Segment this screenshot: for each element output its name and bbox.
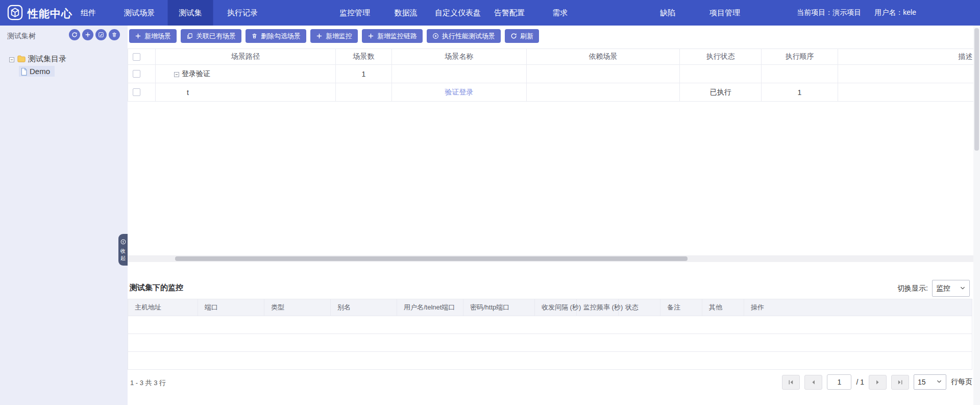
nav-item-2[interactable]: 测试场景 xyxy=(113,0,166,26)
collapse-node-icon[interactable] xyxy=(174,71,180,77)
nav-item-label: 测试场景 xyxy=(124,8,155,18)
chevron-down-icon xyxy=(936,378,942,386)
nav-item-4[interactable]: 执行记录 xyxy=(216,0,269,26)
nav-item-label: 执行记录 xyxy=(227,8,258,18)
folder-icon xyxy=(17,55,26,63)
display-toggle-select[interactable]: 监控 xyxy=(932,280,970,297)
scenario-table-header: 场景路径场景数场景名称依赖场景执行状态执行顺序描述 xyxy=(128,49,980,65)
last-page-button-icon xyxy=(897,379,903,386)
plus-icon xyxy=(368,33,374,39)
select-all-checkbox[interactable] xyxy=(133,53,140,61)
sidebar-collapse-button[interactable]: 收起 xyxy=(118,234,128,266)
next-page-button-icon xyxy=(874,379,881,386)
column-header: 状态 xyxy=(625,303,639,312)
nav-item-1[interactable]: 组件 xyxy=(69,0,107,26)
page-number-input[interactable] xyxy=(827,374,851,390)
scenario-table: 场景路径场景数场景名称依赖场景执行状态执行顺序描述登录验证1t验证登录已执行1 xyxy=(128,49,980,102)
nav-item-label: 需求 xyxy=(552,8,568,18)
scenario-name-link[interactable]: 验证登录 xyxy=(445,88,474,97)
previous-page-button-icon xyxy=(810,379,817,386)
toolbar-button-3[interactable]: 删除勾选场景 xyxy=(246,29,306,43)
monitor-row xyxy=(128,316,972,334)
edit-button[interactable] xyxy=(95,29,107,40)
collapse-circle-icon xyxy=(120,237,126,247)
last-page-button[interactable] xyxy=(891,375,909,390)
monitor-table-header: 主机地址端口类型别名用户名/telnet端口密码/http端口收发间隔 (秒)监… xyxy=(128,299,972,316)
horizontal-scrollbar[interactable] xyxy=(128,255,980,262)
row-checkbox[interactable] xyxy=(133,70,140,78)
next-page-button[interactable] xyxy=(869,375,887,390)
test-set-sidebar: 测试集树 测试集目录 Demo 收起 xyxy=(0,26,128,405)
tree-node-demo[interactable]: Demo xyxy=(19,66,55,77)
nav-user-info: 当前项目：演示项目 用户名：kele xyxy=(797,0,916,26)
play-icon xyxy=(432,33,439,39)
display-toggle-value: 监控 xyxy=(936,284,950,293)
column-header: 备注 xyxy=(667,303,680,312)
first-page-button-icon xyxy=(788,379,794,386)
top-nav: 性能中心 组件测试场景测试集执行记录监控管理数据流自定义仪表盘告警配置需求缺陷项… xyxy=(0,0,980,26)
nav-item-label: 告警配置 xyxy=(494,8,525,18)
page-size-select[interactable]: 15 xyxy=(914,374,946,390)
toolbar-button-7[interactable]: 刷新 xyxy=(505,29,539,43)
main-content: 新增场景关联已有场景删除勾选场景新增监控新增监控链路执行性能测试场景刷新 场景路… xyxy=(128,26,980,405)
copy-icon xyxy=(186,33,193,39)
scenario-toolbar: 新增场景关联已有场景删除勾选场景新增监控新增监控链路执行性能测试场景刷新 xyxy=(129,29,539,43)
first-page-button[interactable] xyxy=(782,375,800,390)
toolbar-button-5[interactable]: 新增监控链路 xyxy=(362,29,423,43)
test-set-tree: 测试集目录 Demo xyxy=(0,53,128,78)
nav-item-label: 组件 xyxy=(81,8,96,18)
toolbar-button-label: 新增场景 xyxy=(144,32,171,41)
add-button[interactable] xyxy=(82,29,93,40)
toolbar-button-6[interactable]: 执行性能测试场景 xyxy=(427,29,501,43)
nav-item-3[interactable]: 测试集 xyxy=(168,0,213,26)
file-icon xyxy=(20,67,28,75)
scenario-path: 登录验证 xyxy=(182,69,210,79)
monitor-section-title: 测试集下的监控 xyxy=(130,283,183,293)
nav-item-10[interactable]: 缺陷 xyxy=(649,0,687,26)
column-header: 主机地址 xyxy=(135,303,161,312)
horizontal-scrollbar-thumb[interactable] xyxy=(175,256,688,261)
column-header: 别名 xyxy=(337,303,351,312)
scenario-row: t验证登录已执行1 xyxy=(128,83,980,102)
trash-icon xyxy=(111,32,117,38)
nav-item-9[interactable]: 需求 xyxy=(541,0,579,26)
toolbar-button-2[interactable]: 关联已有场景 xyxy=(181,29,241,43)
refresh-icon xyxy=(71,32,78,38)
nav-item-11[interactable]: 项目管理 xyxy=(698,0,751,26)
current-project-label: 当前项目：演示项目 xyxy=(797,8,861,17)
trash-icon xyxy=(251,33,258,39)
toolbar-button-1[interactable]: 新增场景 xyxy=(129,29,177,43)
app-logo[interactable]: 性能中心 xyxy=(7,5,72,22)
tree-collapse-icon[interactable] xyxy=(9,56,15,62)
sidebar-title: 测试集树 xyxy=(7,32,36,41)
app-title: 性能中心 xyxy=(28,7,72,21)
plus-icon xyxy=(85,32,91,38)
vertical-scrollbar[interactable] xyxy=(973,26,980,405)
monitor-table: 主机地址端口类型别名用户名/telnet端口密码/http端口收发间隔 (秒)监… xyxy=(128,299,972,370)
nav-item-label: 数据流 xyxy=(395,8,418,18)
column-header: 描述 xyxy=(959,52,973,61)
tree-node-root[interactable]: 测试集目录 xyxy=(0,53,128,64)
nav-item-5[interactable]: 监控管理 xyxy=(328,0,381,26)
column-header: 用户名/telnet端口 xyxy=(404,303,455,312)
username-label: 用户名：kele xyxy=(874,8,916,17)
refresh-button[interactable] xyxy=(69,29,80,40)
vertical-scrollbar-thumb[interactable] xyxy=(974,28,979,151)
nav-item-7[interactable]: 自定义仪表盘 xyxy=(424,0,492,26)
nav-item-6[interactable]: 数据流 xyxy=(383,0,429,26)
collapse-label-char: 起 xyxy=(120,255,126,261)
previous-page-button[interactable] xyxy=(804,375,822,390)
row-checkbox[interactable] xyxy=(133,88,140,96)
toolbar-button-label: 新增监控 xyxy=(326,32,352,41)
nav-item-8[interactable]: 告警配置 xyxy=(483,0,536,26)
delete-button[interactable] xyxy=(109,29,120,40)
rows-per-page-label: 行每页 xyxy=(951,377,972,387)
column-header: 场景数 xyxy=(353,52,375,61)
plus-icon xyxy=(316,33,323,39)
toolbar-button-4[interactable]: 新增监控 xyxy=(310,29,358,43)
row-count-summary: 1 - 3 共 3 行 xyxy=(130,378,166,388)
column-header: 场景路径 xyxy=(231,52,260,61)
display-toggle: 切换显示: 监控 xyxy=(897,280,970,297)
app-logo-icon xyxy=(7,5,23,22)
collapse-label-char: 收 xyxy=(120,248,126,254)
